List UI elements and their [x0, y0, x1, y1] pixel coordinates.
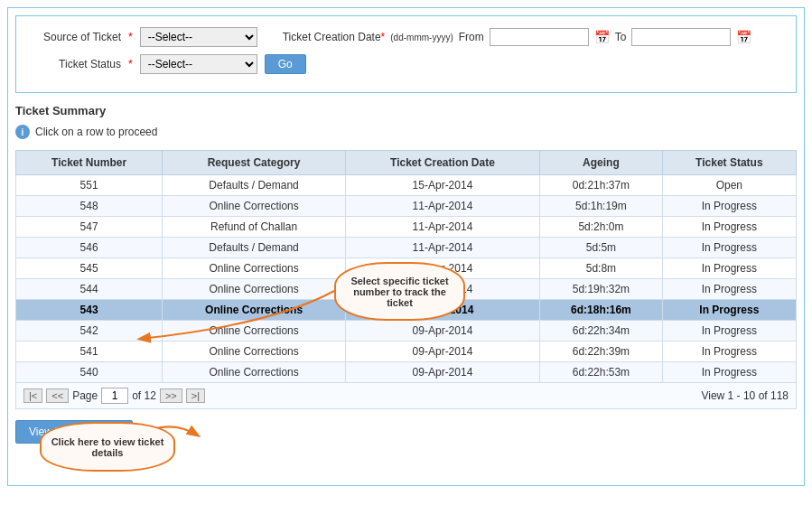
summary-title: Ticket Summary: [15, 104, 797, 117]
next-page-button[interactable]: >>: [160, 388, 182, 403]
table-row[interactable]: 543Online Corrections09-Apr-20146d:18h:1…: [16, 300, 797, 321]
cell-status[interactable]: In Progress: [662, 258, 796, 279]
table-row[interactable]: 551Defaults / Demand15-Apr-20140d:21h:37…: [16, 175, 797, 196]
callout2-container: Click here to view ticket details: [216, 404, 397, 479]
callout2-arrow: [216, 404, 397, 476]
cell-status[interactable]: In Progress: [662, 362, 796, 383]
col-ticket-number: Ticket Number: [16, 151, 163, 175]
main-container: Source of Ticket * --Select-- Ticket Cre…: [7, 7, 805, 486]
col-request-category: Request Category: [163, 151, 346, 175]
status-label: Ticket Status: [31, 58, 121, 70]
cell-status[interactable]: In Progress: [662, 196, 796, 217]
cell-date[interactable]: 10-Apr-2014: [345, 279, 539, 300]
table-row[interactable]: 546Defaults / Demand11-Apr-20145d:5mIn P…: [16, 238, 797, 258]
to-calendar-icon[interactable]: 📅: [736, 30, 751, 44]
cell-date[interactable]: 09-Apr-2014: [345, 342, 539, 362]
cell-ticket[interactable]: 545: [16, 258, 163, 279]
cell-status[interactable]: In Progress: [662, 321, 796, 342]
cell-date[interactable]: 11-Apr-2014: [345, 258, 539, 279]
filter-row-source: Source of Ticket * --Select-- Ticket Cre…: [31, 27, 781, 47]
cell-category[interactable]: Defaults / Demand: [163, 175, 346, 196]
first-page-button[interactable]: |<: [23, 388, 42, 403]
date-hint: (dd-mmm-yyyy): [390, 33, 453, 42]
cell-ageing[interactable]: 6d:18h:16m: [540, 300, 663, 321]
cell-ageing[interactable]: 5d:19h:32m: [540, 279, 663, 300]
cell-status[interactable]: In Progress: [662, 342, 796, 362]
cell-date[interactable]: 09-Apr-2014: [345, 300, 539, 321]
from-date-input[interactable]: [490, 28, 589, 46]
cell-ticket[interactable]: 543: [16, 300, 163, 321]
cell-category[interactable]: Online Corrections: [163, 279, 346, 300]
table-row[interactable]: 540Online Corrections09-Apr-20146d:22h:5…: [16, 362, 797, 383]
filter-section: Source of Ticket * --Select-- Ticket Cre…: [15, 15, 797, 93]
col-ageing: Ageing: [540, 151, 663, 175]
info-text: Click on a row to proceed: [35, 126, 157, 138]
cell-category[interactable]: Online Corrections: [163, 321, 346, 342]
bottom-section: View Ticket Details Click here to view t…: [8, 413, 804, 485]
cell-ticket[interactable]: 542: [16, 321, 163, 342]
cell-date[interactable]: 11-Apr-2014: [345, 238, 539, 258]
cell-ticket[interactable]: 544: [16, 279, 163, 300]
go-button[interactable]: Go: [265, 54, 306, 74]
cell-ageing[interactable]: 5d:8m: [540, 258, 663, 279]
last-page-button[interactable]: >|: [186, 388, 205, 403]
source-select[interactable]: --Select--: [140, 27, 257, 47]
table-row[interactable]: 541Online Corrections09-Apr-20146d:22h:3…: [16, 342, 797, 362]
cell-category[interactable]: Defaults / Demand: [163, 238, 346, 258]
filter-row-status: Ticket Status * --Select-- Go: [31, 54, 781, 74]
table-row[interactable]: 548Online Corrections11-Apr-20145d:1h:19…: [16, 196, 797, 217]
cell-ageing[interactable]: 6d:22h:53m: [540, 362, 663, 383]
cell-ticket[interactable]: 546: [16, 238, 163, 258]
cell-category[interactable]: Refund of Challan: [163, 217, 346, 238]
page-input[interactable]: [101, 388, 128, 404]
cell-ticket[interactable]: 548: [16, 196, 163, 217]
summary-section: Ticket Summary i Click on a row to proce…: [8, 100, 804, 146]
cell-date[interactable]: 15-Apr-2014: [345, 175, 539, 196]
cell-date[interactable]: 11-Apr-2014: [345, 196, 539, 217]
cell-status[interactable]: In Progress: [662, 238, 796, 258]
table-row[interactable]: 542Online Corrections09-Apr-20146d:22h:3…: [16, 321, 797, 342]
cell-category[interactable]: Online Corrections: [163, 258, 346, 279]
cell-ageing[interactable]: 6d:22h:34m: [540, 321, 663, 342]
table-row[interactable]: 545Online Corrections11-Apr-20145d:8mIn …: [16, 258, 797, 279]
table-wrapper: Ticket Number Request Category Ticket Cr…: [15, 150, 797, 409]
cell-ageing[interactable]: 5d:1h:19m: [540, 196, 663, 217]
from-label: From: [459, 31, 484, 43]
cell-ticket[interactable]: 551: [16, 175, 163, 196]
cell-ticket[interactable]: 547: [16, 217, 163, 238]
cell-status[interactable]: In Progress: [662, 300, 796, 321]
col-creation-date: Ticket Creation Date: [345, 151, 539, 175]
cell-ageing[interactable]: 0d:21h:37m: [540, 175, 663, 196]
date-section: Ticket Creation Date* (dd-mmm-yyyy) From…: [283, 28, 752, 46]
date-required: *: [381, 31, 386, 43]
cell-ticket[interactable]: 540: [16, 362, 163, 383]
source-required: *: [128, 31, 133, 43]
cell-ageing[interactable]: 6d:22h:39m: [540, 342, 663, 362]
view-ticket-details-button[interactable]: View Ticket Details: [15, 420, 133, 444]
cell-ageing[interactable]: 5d:5m: [540, 238, 663, 258]
table-row[interactable]: 547Refund of Challan11-Apr-20145d:2h:0mI…: [16, 217, 797, 238]
cell-ageing[interactable]: 5d:2h:0m: [540, 217, 663, 238]
cell-date[interactable]: 11-Apr-2014: [345, 217, 539, 238]
to-date-input[interactable]: [631, 28, 731, 46]
cell-category[interactable]: Online Corrections: [163, 362, 346, 383]
cell-status[interactable]: In Progress: [662, 279, 796, 300]
cell-date[interactable]: 09-Apr-2014: [345, 362, 539, 383]
table-row[interactable]: 544Online Corrections10-Apr-20145d:19h:3…: [16, 279, 797, 300]
to-label: To: [615, 31, 627, 43]
prev-page-button[interactable]: <<: [46, 388, 69, 403]
cell-date[interactable]: 09-Apr-2014: [345, 321, 539, 342]
cell-status[interactable]: Open: [662, 175, 796, 196]
from-calendar-icon[interactable]: 📅: [594, 30, 610, 44]
table-header: Ticket Number Request Category Ticket Cr…: [16, 151, 797, 175]
header-row: Ticket Number Request Category Ticket Cr…: [16, 151, 797, 175]
date-label: Ticket Creation Date*: [283, 31, 386, 43]
cell-category[interactable]: Online Corrections: [163, 196, 346, 217]
status-select[interactable]: --Select--: [140, 54, 257, 74]
pagination-row: |< << Page of 12 >> >| View 1 - 10 of 11…: [15, 383, 797, 409]
col-status: Ticket Status: [662, 151, 796, 175]
cell-status[interactable]: In Progress: [662, 217, 796, 238]
cell-category[interactable]: Online Corrections: [163, 300, 346, 321]
cell-category[interactable]: Online Corrections: [163, 342, 346, 362]
cell-ticket[interactable]: 541: [16, 342, 163, 362]
